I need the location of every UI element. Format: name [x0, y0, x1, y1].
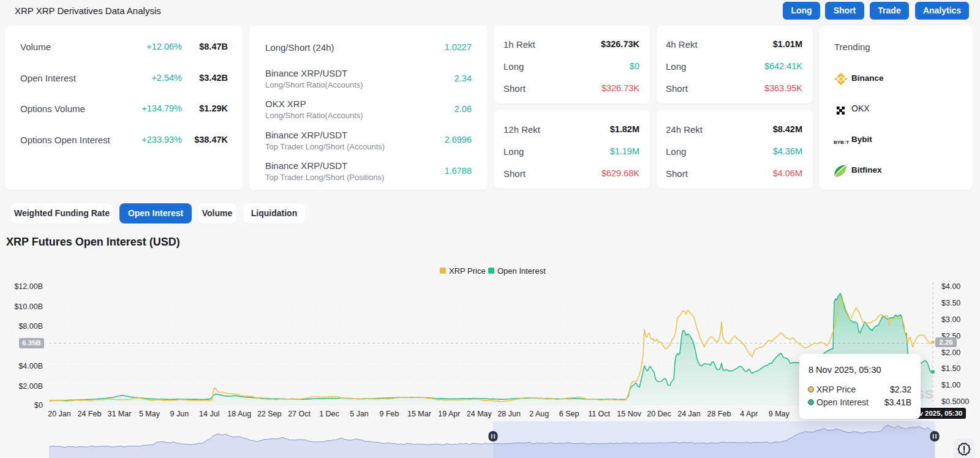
svg-text:2 Aug: 2 Aug — [529, 410, 549, 418]
svg-text:28 Jun: 28 Jun — [497, 410, 521, 418]
svg-text:15 Nov: 15 Nov — [617, 410, 641, 418]
svg-text:14 Jul: 14 Jul — [199, 410, 219, 418]
svg-text:$0.5000: $0.5000 — [941, 397, 969, 406]
svg-text:9 May: 9 May — [769, 410, 790, 418]
svg-text:9 Jun: 9 Jun — [170, 410, 189, 418]
svg-text:$1.50: $1.50 — [941, 364, 960, 373]
svg-text:$12.00B: $12.00B — [14, 282, 43, 291]
svg-text:$10.00B: $10.00B — [14, 302, 43, 311]
svg-text:24 Jan: 24 Jan — [677, 410, 701, 418]
svg-text:31 Mar: 31 Mar — [107, 410, 131, 418]
svg-text:$3.00: $3.00 — [941, 315, 960, 324]
svg-text:$4.00: $4.00 — [941, 282, 960, 291]
svg-text:5 May: 5 May — [139, 410, 160, 418]
svg-text:1 Dec: 1 Dec — [319, 410, 339, 418]
svg-text:18 Aug: 18 Aug — [227, 410, 251, 418]
svg-text:6 Sep: 6 Sep — [559, 410, 579, 418]
svg-text:$1.00: $1.00 — [941, 381, 960, 389]
svg-text:$2.00: $2.00 — [941, 348, 960, 357]
svg-text:4 Apr: 4 Apr — [740, 410, 758, 418]
svg-text:22 Sep: 22 Sep — [257, 410, 282, 418]
svg-text:20 Jan: 20 Jan — [48, 410, 71, 418]
svg-text:$3.50: $3.50 — [941, 299, 960, 307]
svg-text:$8.00B: $8.00B — [18, 322, 43, 331]
svg-text:5 Jan: 5 Jan — [350, 410, 369, 418]
svg-text:20 Dec: 20 Dec — [647, 410, 671, 418]
svg-text:24 Feb: 24 Feb — [77, 410, 101, 418]
svg-text:$2.00B: $2.00B — [18, 382, 43, 391]
svg-text:15 Mar: 15 Mar — [407, 410, 431, 418]
svg-text:28 Feb: 28 Feb — [707, 410, 731, 418]
svg-text:24 May: 24 May — [467, 410, 492, 418]
svg-text:$4.00B: $4.00B — [18, 362, 43, 370]
svg-text:$0: $0 — [34, 401, 43, 410]
svg-text:27 Oct: 27 Oct — [288, 410, 311, 418]
svg-text:11 Oct: 11 Oct — [588, 410, 610, 418]
svg-text:9 Feb: 9 Feb — [380, 410, 399, 418]
svg-text:19 Apr: 19 Apr — [438, 410, 460, 418]
